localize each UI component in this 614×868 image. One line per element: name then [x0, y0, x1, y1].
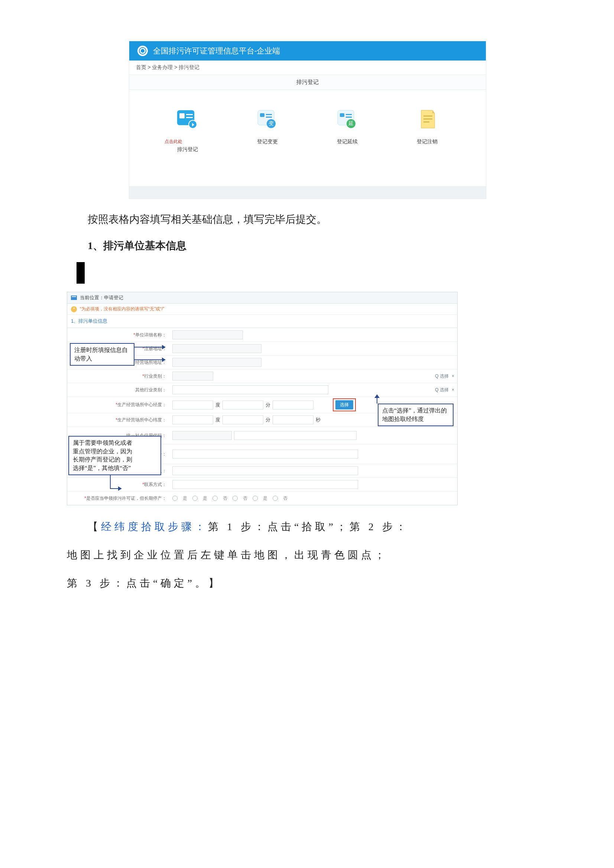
- body-heading-1: 1、排污单位基本信息: [67, 236, 547, 256]
- input-prod-addr[interactable]: [173, 358, 261, 367]
- label-should-apply: 是否应当申领排污许可证，但长期停产：: [86, 496, 166, 501]
- tile-change[interactable]: 变 登记变更: [241, 107, 294, 153]
- row-contact: *联系方式：: [67, 477, 457, 491]
- label-center-lat: 生产经营场所中心纬度：: [117, 417, 166, 423]
- lamp-icon: *: [71, 306, 77, 312]
- cancel-icon: [414, 107, 440, 133]
- input-contact[interactable]: [173, 480, 358, 489]
- svg-rect-3: [186, 114, 193, 115]
- input-industry[interactable]: [173, 372, 213, 381]
- svg-rect-2: [179, 113, 185, 118]
- input-uscc[interactable]: [173, 431, 232, 440]
- svg-text:延: 延: [348, 120, 354, 126]
- required-note-text: “为必填项，没有相应内容的请填写“无”或“/”: [80, 306, 164, 312]
- input-lng-min[interactable]: [222, 401, 263, 409]
- tile-cancel[interactable]: 登记注销: [401, 107, 453, 153]
- tile-row: 点击此处 排污登记 变 登记变更: [129, 90, 486, 187]
- radio-no-1[interactable]: [213, 496, 218, 501]
- latlng-steps-line3: 第 3 步：点击“确定”。】: [67, 573, 547, 594]
- svg-rect-9: [266, 114, 272, 115]
- row-unit-name: *单位详细名称：: [67, 328, 457, 341]
- input-legal-person[interactable]: [173, 466, 358, 475]
- platform-logo-icon: [137, 46, 148, 56]
- label-industry: 行业类别：: [144, 374, 166, 379]
- section-1-title: 1、排污单位信息: [67, 315, 457, 328]
- caret-bar: [76, 262, 85, 284]
- latlng-link: 经纬度拾取步骤：: [101, 521, 208, 532]
- svg-rect-19: [423, 115, 432, 116]
- label-unit-name: 单位详细名称：: [135, 332, 166, 338]
- input-lng-sec[interactable]: [273, 401, 314, 409]
- svg-rect-20: [423, 118, 432, 119]
- lng-select-button[interactable]: 选择: [336, 400, 353, 409]
- tile-register-label: 排污登记: [177, 146, 198, 153]
- tab-bar: 排污登记: [129, 75, 486, 90]
- svg-rect-21: [423, 121, 429, 122]
- latlng-steps-paragraph: 【经纬度拾取步骤：第 1 步：点击“拾取”；第 2 步：: [67, 516, 547, 537]
- tab-register[interactable]: 排污登记: [297, 79, 319, 85]
- platform-screenshot-1: 全国排污许可证管理信息平台-企业端 首页 > 业务办理 > 排污登记 排污登记: [129, 41, 485, 199]
- input-org-code[interactable]: [173, 450, 358, 459]
- unit-min-2: 分: [266, 417, 270, 423]
- latlng-steps-line2: 地图上找到企业位置后左键单击地图，出现青色圆点；: [67, 545, 547, 566]
- input-lat-min[interactable]: [222, 415, 263, 424]
- callout-latlng: 点击“选择”，通过弹出的地图拾取经纬度: [378, 403, 454, 426]
- platform-title: 全国排污许可证管理信息平台-企业端: [153, 46, 280, 56]
- row-should-apply: *是否应当申领排污许可证，但长期停产： 是 是 否 否 是 否: [67, 491, 457, 505]
- platform-header: 全国排污许可证管理信息平台-企业端: [129, 41, 486, 60]
- svg-rect-14: [340, 113, 344, 117]
- svg-rect-4: [186, 117, 193, 118]
- input-lng-deg[interactable]: [173, 401, 213, 409]
- register-icon: [174, 107, 201, 133]
- location-text: 当前位置：申请登记: [80, 294, 123, 301]
- input-other-industry[interactable]: [173, 385, 328, 394]
- breadcrumb: 首页 > 业务办理 > 排污登记: [129, 60, 486, 75]
- input-reg-addr[interactable]: [173, 344, 261, 353]
- svg-rect-10: [266, 116, 272, 118]
- label-center-lng: 生产经营场所中心经度：: [117, 402, 166, 407]
- change-icon: 变: [254, 107, 281, 133]
- label-contact: 联系方式：: [144, 482, 166, 487]
- other-industry-clear[interactable]: ×: [452, 387, 454, 392]
- unit-deg-2: 度: [215, 417, 220, 423]
- input-lat-deg[interactable]: [173, 415, 213, 424]
- location-bar: 当前位置：申请登记: [67, 292, 457, 304]
- radio-no-2[interactable]: [233, 496, 238, 501]
- other-industry-choose[interactable]: Q 选择: [435, 387, 449, 393]
- callout-autofill: 注册时所填报信息自动带入: [70, 343, 134, 366]
- input-unit-name[interactable]: [173, 330, 243, 339]
- body-paragraph-1: 按照表格内容填写相关基础信息，填写完毕后提交。: [67, 209, 547, 229]
- industry-clear[interactable]: ×: [452, 374, 454, 379]
- tile-extend[interactable]: 延 登记延续: [321, 107, 373, 153]
- extend-icon: 延: [334, 107, 361, 133]
- svg-rect-15: [346, 114, 352, 115]
- tile-extend-label: 登记延续: [337, 138, 358, 145]
- location-icon: [71, 296, 77, 300]
- tile-change-label: 登记变更: [257, 138, 278, 145]
- radio-no-3[interactable]: [273, 496, 278, 501]
- radio-yes-2[interactable]: [193, 496, 197, 501]
- row-industry: *行业类别： Q 选择 ×: [67, 369, 457, 383]
- industry-choose[interactable]: Q 选择: [435, 373, 449, 380]
- platform-screenshot-2: 注册时所填报信息自动带入 点击“选择”，通过弹出的地图拾取经纬度 属于需要申领简…: [67, 292, 457, 505]
- unit-min: 分: [266, 402, 270, 408]
- svg-text:变: 变: [269, 120, 274, 126]
- row-other-industry: 其他行业类别： Q 选择 ×: [67, 383, 457, 397]
- svg-rect-16: [346, 116, 352, 118]
- click-here-label: 点击此处: [165, 138, 182, 145]
- svg-rect-8: [260, 113, 264, 117]
- unit-deg: 度: [215, 402, 220, 408]
- tile-register[interactable]: 点击此处 排污登记: [162, 107, 214, 153]
- radio-yes-1[interactable]: [173, 496, 177, 501]
- label-other-industry: 其他行业类别：: [135, 387, 166, 392]
- required-note: * “为必填项，没有相应内容的请填写“无”或“/”: [67, 304, 457, 315]
- input-lat-sec[interactable]: [273, 415, 314, 424]
- unit-sec: 秒: [316, 417, 320, 423]
- lng-select-highlight: 选择: [333, 398, 356, 411]
- radio-yes-3[interactable]: [253, 496, 258, 501]
- input-uscc-2[interactable]: [234, 431, 357, 440]
- tile-cancel-label: 登记注销: [417, 138, 438, 145]
- callout-simplify: 属于需要申领简化或者 重点管理的企业，因为 长期停产而登记的，则 选择“是”，其…: [68, 436, 161, 475]
